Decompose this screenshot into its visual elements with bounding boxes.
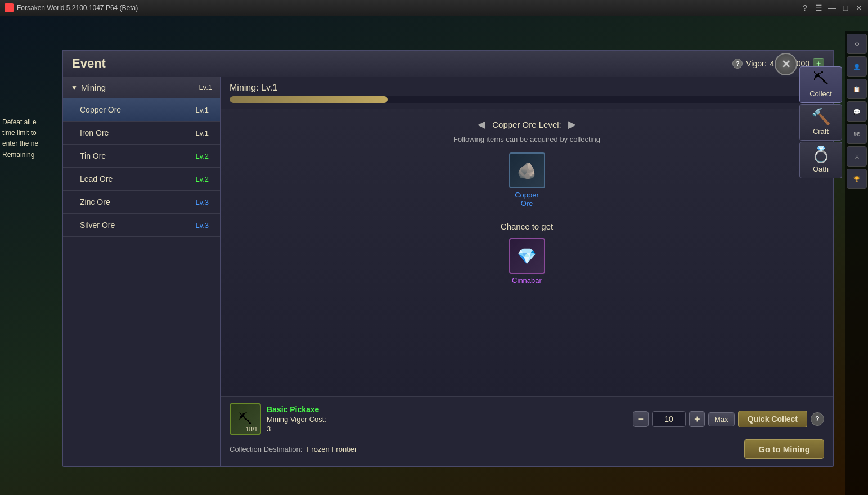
game-left-text: Defeat all e time limit to enter the ne … xyxy=(2,117,38,160)
zinc-ore-name: Zinc Ore xyxy=(80,197,195,206)
ore-level-left-arrow: ◀ xyxy=(478,118,485,130)
destination-label: Collection Destination: xyxy=(230,445,302,453)
go-to-mining-button[interactable]: Go to Mining xyxy=(744,439,824,459)
sidebar-item-iron-ore[interactable]: Iron Ore Lv.1 xyxy=(63,122,220,145)
pickaxe-row: ⛏ 18/1 Basic Pickaxe Mining Vigor Cost: … xyxy=(230,403,824,435)
content-title: Mining: Lv.1 xyxy=(230,83,277,93)
mining-category[interactable]: ▼ Mining Lv.1 xyxy=(63,77,220,98)
copper-ore-name: Copper Ore xyxy=(80,105,195,114)
oath-icon: 💍 xyxy=(811,147,831,163)
pickaxe-cost-value: 3 xyxy=(267,425,326,433)
lead-ore-level: Lv.2 xyxy=(195,175,209,183)
right-panel-btn-6[interactable]: ⚔ xyxy=(847,146,867,166)
help-window-btn[interactable]: ? xyxy=(800,3,809,12)
sidebar-item-zinc-ore[interactable]: Zinc Ore Lv.3 xyxy=(63,191,220,214)
oath-label: Oath xyxy=(813,165,829,173)
vigor-help-button[interactable]: ? xyxy=(732,58,743,69)
progress-bar-background xyxy=(230,96,824,103)
right-panel: ⚙ 👤 📋 💬 🗺 ⚔ 🏆 xyxy=(845,32,868,495)
tin-ore-level: Lv.2 xyxy=(195,152,209,160)
copper-ore-item-name: CopperOre xyxy=(515,191,539,208)
content-footer: ⛏ 18/1 Basic Pickaxe Mining Vigor Cost: … xyxy=(221,396,833,466)
right-panel-btn-5[interactable]: 🗺 xyxy=(847,124,867,144)
copper-ore-icon: 🪨 xyxy=(509,152,545,188)
menu-window-btn[interactable]: ☰ xyxy=(814,3,823,12)
title-bar: Forsaken World 5.2100.1047 P64 (Beta) ? … xyxy=(0,0,868,16)
ore-level-title: Copper Ore Level: xyxy=(492,120,561,129)
main-items-section: 🪨 CopperOre xyxy=(230,152,824,208)
chance-items-section: 💎 Cinnabar xyxy=(230,238,824,285)
quantity-input[interactable] xyxy=(652,411,686,427)
event-modal: Event ? Vigor: 462 / 2000 + ▼ Mining Lv.… xyxy=(62,50,834,467)
collect-icon: ⛏ xyxy=(813,71,829,87)
chance-title: Chance to get xyxy=(230,222,824,231)
mining-sidebar: ▼ Mining Lv.1 Copper Ore Lv.1 Iron Ore L… xyxy=(63,77,221,466)
right-panel-btn-4[interactable]: 💬 xyxy=(847,101,867,122)
category-level: Lv.1 xyxy=(199,83,212,92)
collect-label: Collect xyxy=(809,89,832,98)
progress-bar-fill xyxy=(230,96,388,103)
content-main: ◀ Copper Ore Level: ▶ Following items ca… xyxy=(221,109,833,396)
pickaxe-info: Basic Pickaxe Mining Vigor Cost: 3 xyxy=(267,405,326,433)
modal-title: Event xyxy=(72,56,106,71)
sidebar-item-copper-ore[interactable]: Copper Ore Lv.1 xyxy=(63,98,220,122)
cinnabar-icon: 💎 xyxy=(509,238,545,274)
craft-label: Craft xyxy=(813,127,829,136)
ore-level-header: ◀ Copper Ore Level: ▶ xyxy=(230,118,824,130)
copper-ore-level: Lv.1 xyxy=(195,106,209,114)
divider xyxy=(230,217,824,217)
sidebar-item-silver-ore[interactable]: Silver Ore Lv.3 xyxy=(63,214,220,237)
sidebar-item-tin-ore[interactable]: Tin Ore Lv.2 xyxy=(63,145,220,168)
right-panel-btn-7[interactable]: 🏆 xyxy=(847,169,867,189)
modal-close-button[interactable]: ✕ xyxy=(775,53,797,75)
pickaxe-cost-label: Mining Vigor Cost: xyxy=(267,415,326,424)
vigor-label: Vigor: xyxy=(746,59,766,68)
modal-body: ▼ Mining Lv.1 Copper Ore Lv.1 Iron Ore L… xyxy=(63,77,833,466)
iron-ore-name: Iron Ore xyxy=(80,128,195,137)
right-panel-btn-2[interactable]: 👤 xyxy=(847,56,867,76)
category-name: Mining xyxy=(81,83,199,92)
content-title-row: Mining: Lv.1 96/360 xyxy=(230,83,824,93)
right-panel-btn-3[interactable]: 📋 xyxy=(847,79,867,99)
iron-ore-level: Lv.1 xyxy=(195,129,209,137)
destination-row: Collection Destination: Frozen Frontier … xyxy=(230,439,824,459)
destination-value: Frozen Frontier xyxy=(307,445,357,453)
app-icon xyxy=(5,3,14,12)
oath-sidebar-button[interactable]: 💍 Oath xyxy=(799,142,842,178)
modal-header: Event ? Vigor: 462 / 2000 + xyxy=(63,51,833,77)
tin-ore-name: Tin Ore xyxy=(80,151,195,160)
craft-icon: 🔨 xyxy=(811,109,831,125)
pickaxe-name: Basic Pickaxe xyxy=(267,405,326,414)
quick-collect-button[interactable]: Quick Collect xyxy=(738,411,807,428)
maximize-btn[interactable]: □ xyxy=(841,3,850,12)
quick-collect-help-button[interactable]: ? xyxy=(811,412,824,426)
cinnabar-item-card: 💎 Cinnabar xyxy=(509,238,545,285)
close-window-btn[interactable]: ✕ xyxy=(854,3,863,12)
craft-sidebar-button[interactable]: 🔨 Craft xyxy=(799,104,842,141)
ore-level-right-arrow: ▶ xyxy=(568,118,576,130)
quantity-minus-button[interactable]: － xyxy=(633,411,649,427)
category-arrow: ▼ xyxy=(71,84,78,92)
right-sidebar: ⛏ Collect 🔨 Craft 💍 Oath xyxy=(799,66,844,178)
window-controls[interactable]: ? ☰ — □ ✕ xyxy=(800,3,863,12)
right-panel-btn-1[interactable]: ⚙ xyxy=(847,34,867,54)
lead-ore-name: Lead Ore xyxy=(80,174,195,183)
copper-ore-item-card: 🪨 CopperOre xyxy=(509,152,545,208)
silver-ore-level: Lv.3 xyxy=(195,221,209,230)
app-name: Forsaken World 5.2100.1047 P64 (Beta) xyxy=(17,4,138,12)
quantity-controls: － ＋ Max Quick Collect ? xyxy=(633,411,824,428)
collecting-text: Following items can be acquired by colle… xyxy=(230,135,824,143)
content-area: Mining: Lv.1 96/360 ◀ Copper Ore Level: xyxy=(221,77,833,466)
game-area: Defeat all e time limit to enter the ne … xyxy=(0,16,868,495)
pickaxe-icon: ⛏ 18/1 xyxy=(230,403,261,435)
max-button[interactable]: Max xyxy=(708,412,735,426)
collect-sidebar-button[interactable]: ⛏ Collect xyxy=(799,66,842,103)
pickaxe-count: 18/1 xyxy=(246,426,258,433)
quantity-plus-button[interactable]: ＋ xyxy=(689,411,705,427)
content-header: Mining: Lv.1 96/360 xyxy=(221,77,833,109)
zinc-ore-level: Lv.3 xyxy=(195,198,209,206)
silver-ore-name: Silver Ore xyxy=(80,220,195,230)
sidebar-item-lead-ore[interactable]: Lead Ore Lv.2 xyxy=(63,168,220,191)
chance-section: Chance to get 💎 Cinnabar xyxy=(230,222,824,285)
minimize-btn[interactable]: — xyxy=(827,3,836,12)
